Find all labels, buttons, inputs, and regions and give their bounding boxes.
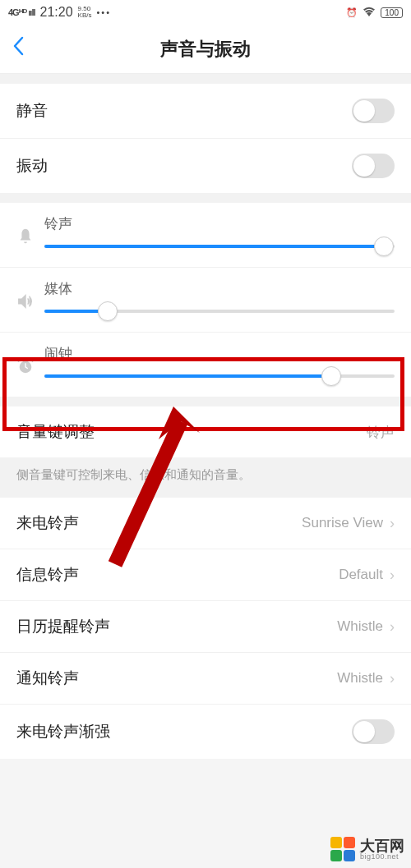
volume-key-label: 音量键调整 — [16, 421, 95, 443]
volume-key-value: 铃声 — [367, 423, 395, 442]
vibrate-row: 振动 — [0, 139, 411, 193]
ringtone-slider-row: 铃声 — [0, 203, 411, 268]
toggle-section: 静音 振动 — [0, 84, 411, 193]
net-speed: 9.50KB/s — [78, 6, 92, 19]
more-icon: ••• — [96, 7, 111, 17]
alarm-slider-row: 闹钟 — [0, 333, 411, 397]
ringtone-section: 来电铃声 Sunrise View › 信息铃声 Default › 日历提醒铃… — [0, 498, 411, 759]
nav-bar: 声音与振动 — [0, 25, 411, 74]
notify-ringtone-row[interactable]: 通知铃声 Whistle › — [0, 653, 411, 705]
gradual-ringtone-toggle[interactable] — [352, 719, 395, 744]
message-ringtone-value: Default — [339, 567, 383, 583]
watermark-url: big100.net — [360, 853, 404, 861]
mute-label: 静音 — [16, 100, 48, 122]
signal-icon: 4GHD ııll — [8, 7, 35, 17]
chevron-right-icon: › — [390, 515, 395, 532]
ringtone-slider[interactable] — [44, 245, 395, 248]
incoming-ringtone-label: 来电铃声 — [16, 512, 79, 534]
watermark-title: 大百网 — [360, 838, 404, 853]
message-ringtone-label: 信息铃声 — [16, 564, 79, 586]
message-ringtone-row[interactable]: 信息铃声 Default › — [0, 549, 411, 601]
status-bar: 4GHD ııll 21:20 9.50KB/s ••• ⏰ 100 — [0, 0, 411, 25]
calendar-ringtone-label: 日历提醒铃声 — [16, 616, 110, 637]
chevron-right-icon: › — [390, 618, 395, 636]
chevron-right-icon: › — [390, 670, 395, 687]
chevron-right-icon: › — [390, 567, 395, 584]
vibrate-label: 振动 — [16, 155, 48, 177]
vibrate-toggle[interactable] — [352, 154, 395, 178]
volume-key-desc: 侧音量键可控制来电、信息和通知的音量。 — [0, 457, 411, 498]
alarm-status-icon: ⏰ — [346, 7, 358, 18]
media-slider[interactable] — [44, 310, 395, 313]
watermark-logo-icon — [330, 837, 355, 861]
media-slider-row: 媒体 — [0, 268, 411, 333]
alarm-slider-label: 闹钟 — [44, 344, 395, 363]
mute-row: 静音 — [0, 84, 411, 139]
notify-ringtone-value: Whistle — [337, 670, 383, 687]
watermark: 大百网 big100.net — [330, 837, 404, 861]
media-slider-label: 媒体 — [44, 279, 395, 298]
ringtone-slider-label: 铃声 — [44, 214, 395, 233]
calendar-ringtone-row[interactable]: 日历提醒铃声 Whistle › — [0, 601, 411, 653]
clock-icon — [16, 344, 44, 380]
notify-ringtone-label: 通知铃声 — [16, 668, 79, 689]
speaker-icon — [16, 279, 44, 315]
wifi-icon — [363, 7, 376, 18]
gradual-ringtone-label: 来电铃声渐强 — [16, 721, 110, 742]
back-button[interactable] — [12, 36, 24, 62]
mute-toggle[interactable] — [352, 99, 395, 123]
alarm-slider[interactable] — [44, 374, 395, 378]
page-title: 声音与振动 — [160, 37, 251, 62]
calendar-ringtone-value: Whistle — [337, 618, 383, 635]
bell-icon — [16, 214, 44, 250]
volume-key-row[interactable]: 音量键调整 铃声 — [0, 406, 411, 457]
status-time: 21:20 — [40, 5, 73, 20]
gradual-ringtone-row: 来电铃声渐强 — [0, 705, 411, 759]
battery-icon: 100 — [381, 7, 403, 18]
incoming-ringtone-row[interactable]: 来电铃声 Sunrise View › — [0, 498, 411, 549]
slider-section: 铃声 媒体 闹钟 — [0, 203, 411, 397]
incoming-ringtone-value: Sunrise View — [302, 515, 383, 531]
